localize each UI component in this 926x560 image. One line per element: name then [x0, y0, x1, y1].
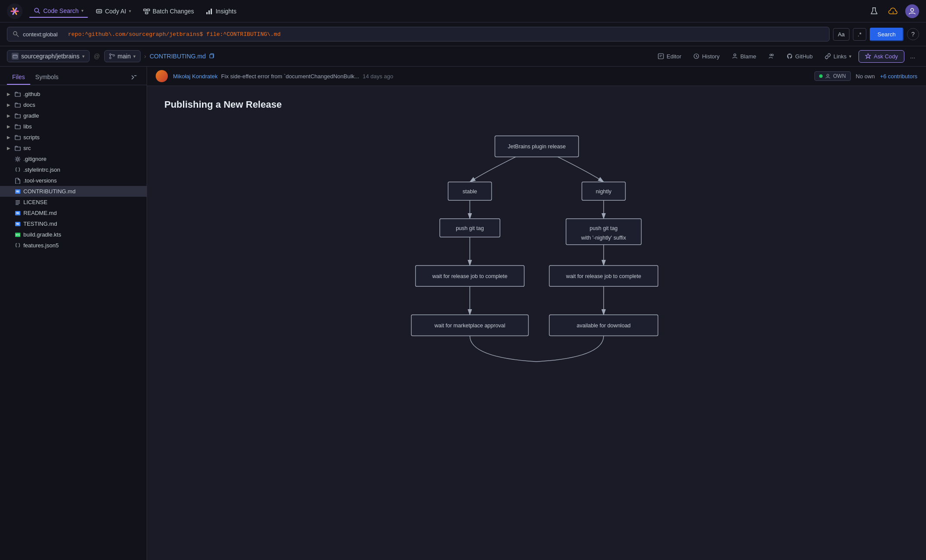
search-submit-btn[interactable]: Search	[870, 28, 904, 41]
svg-line-5	[38, 12, 40, 13]
nav-code-search[interactable]: Code Search ▾	[29, 5, 88, 18]
svg-rect-13	[208, 10, 210, 14]
file-bar-left: sourcegraph/jetbrains ▾ @ main ▾ › CONTR…	[7, 50, 215, 62]
contributor-avatar	[156, 70, 168, 82]
nav-batch-changes[interactable]: Batch Changes	[139, 5, 199, 17]
own-badge[interactable]: OWN	[814, 71, 850, 81]
tree-item-testing[interactable]: MD TESTING.md	[0, 218, 147, 229]
branch-selector[interactable]: main ▾	[104, 50, 141, 62]
main-content: Files Symbols ▶ .github	[0, 67, 926, 560]
collapse-sidebar-btn[interactable]	[128, 71, 140, 83]
tab-blame[interactable]: Blame	[727, 51, 762, 62]
search-context: context:global	[23, 31, 58, 38]
chevron-down-icon: ▾	[129, 9, 131, 13]
svg-point-18	[911, 8, 914, 11]
cody-sparkle-icon	[865, 53, 871, 59]
flowchart-svg: JetBrains plugin release stable nightly	[385, 128, 688, 378]
tab-editor[interactable]: Editor	[653, 51, 686, 62]
tree-item-tool-versions[interactable]: .tool-versions	[0, 175, 147, 186]
svg-point-33	[17, 158, 19, 160]
tab-history[interactable]: History	[688, 51, 724, 62]
user-icon	[908, 7, 916, 16]
tab-owners[interactable]	[763, 51, 780, 62]
tab-github[interactable]: GitHub	[782, 51, 818, 62]
tree-item-build-gradle[interactable]: KTS build.gradle.kts	[0, 229, 147, 240]
sidebar: Files Symbols ▶ .github	[0, 67, 147, 560]
user-avatar[interactable]	[905, 4, 919, 18]
no-own-label: No own	[856, 73, 875, 80]
svg-rect-9	[144, 9, 146, 11]
json-icon	[15, 243, 21, 249]
history-icon	[693, 53, 699, 59]
tree-item-github[interactable]: ▶ .github	[0, 89, 147, 99]
contributor-name[interactable]: Mikołaj Kondratek	[173, 73, 218, 80]
folder-arrow-icon: ▶	[7, 92, 12, 96]
sidebar-tab-symbols[interactable]: Symbols	[30, 70, 64, 85]
file-tree: ▶ .github ▶ docs ▶ gradle	[0, 85, 147, 560]
search-query: repo:^github\.com/sourcegraph/jetbrains$…	[68, 31, 280, 38]
folder-icon	[15, 102, 21, 108]
tree-item-scripts[interactable]: ▶ scripts	[0, 132, 147, 143]
ask-cody-btn[interactable]: Ask Cody	[859, 50, 904, 63]
tree-item-stylelintrc[interactable]: .stylelintrc.json	[0, 164, 147, 175]
folder-icon	[15, 113, 21, 119]
case-sensitive-btn[interactable]: Aa	[833, 28, 849, 41]
owners-icon	[769, 53, 775, 59]
repo-selector[interactable]: sourcegraph/jetbrains ▾	[7, 50, 90, 62]
contributor-info: Mikołaj Kondratek Fix side-effect error …	[173, 73, 809, 80]
search-help-btn[interactable]: ?	[907, 28, 919, 40]
search-actions: Aa .* Search ?	[833, 28, 919, 41]
tree-item-license[interactable]: LICENSE	[0, 197, 147, 208]
tree-item-gradle[interactable]: ▶ gradle	[0, 110, 147, 121]
braces-icon	[15, 167, 21, 173]
svg-point-17	[893, 13, 893, 13]
repo-icon	[12, 53, 19, 60]
cloud-warning-btn[interactable]	[886, 4, 900, 18]
contributor-time: 14 days ago	[362, 73, 393, 80]
diagram-area: Publishing a New Release JetBrains plugi…	[147, 86, 926, 560]
svg-point-4	[35, 8, 38, 12]
node-marketplace: wait for marketplace approval	[434, 323, 505, 329]
regex-btn[interactable]: .*	[853, 28, 866, 41]
flask-icon-btn[interactable]	[867, 4, 881, 18]
path-separator: ›	[144, 53, 146, 60]
gradle-icon: KTS	[15, 232, 21, 238]
insights-icon	[206, 8, 213, 15]
links-icon	[825, 53, 831, 59]
svg-text:KTS: KTS	[16, 234, 19, 236]
folder-icon	[15, 134, 21, 141]
cloud-warning-icon	[888, 7, 898, 16]
node-push-stable: push git tag	[455, 225, 484, 231]
sidebar-tab-files[interactable]: Files	[7, 70, 30, 85]
copy-icon[interactable]	[208, 53, 215, 59]
tree-item-features-json5[interactable]: features.json5	[0, 240, 147, 251]
node-nightly: nightly	[596, 189, 612, 195]
svg-rect-6	[96, 10, 102, 13]
sourcegraph-logo[interactable]	[7, 3, 22, 19]
svg-line-20	[17, 35, 19, 37]
tree-item-src[interactable]: ▶ src	[0, 143, 147, 154]
tree-item-docs[interactable]: ▶ docs	[0, 99, 147, 110]
tree-item-gitignore[interactable]: .gitignore	[0, 154, 147, 164]
folder-arrow-icon: ▶	[7, 113, 12, 118]
tab-links[interactable]: Links ▾	[820, 51, 857, 62]
nav-insights[interactable]: Insights	[202, 5, 240, 17]
more-options-btn[interactable]: ...	[906, 50, 919, 63]
links-chevron-icon: ▾	[849, 54, 852, 59]
repo-chevron-icon: ▾	[82, 54, 85, 59]
tree-item-contributing[interactable]: MD CONTRIBUTING.md	[0, 186, 147, 197]
search-field[interactable]: context:global repo:^github\.com/sourceg…	[7, 27, 830, 42]
svg-point-7	[97, 10, 99, 12]
tree-item-libs[interactable]: ▶ libs	[0, 121, 147, 132]
batch-icon	[143, 8, 150, 15]
nav-cody-ai[interactable]: Cody AI ▾	[91, 5, 135, 17]
file-bar-right: Editor History Blame	[653, 50, 919, 63]
node-wait-stable: wait for release job to complete	[432, 273, 507, 279]
contributors-link[interactable]: +6 contributors	[880, 73, 917, 80]
chevron-down-icon: ▾	[81, 8, 83, 13]
github-icon	[787, 53, 793, 59]
svg-rect-54	[566, 219, 641, 245]
tree-item-readme[interactable]: MD README.md	[0, 208, 147, 218]
editor-icon	[658, 53, 664, 59]
person-icon	[825, 74, 830, 79]
